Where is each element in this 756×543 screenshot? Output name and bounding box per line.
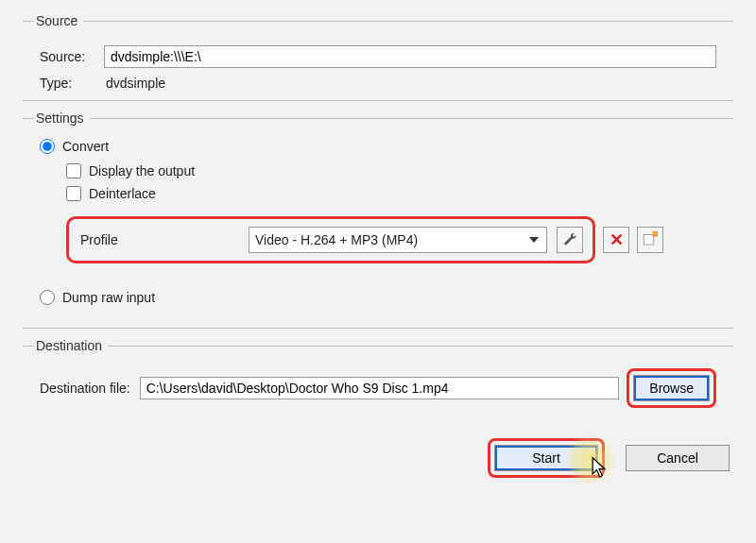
source-row: Source: <box>40 45 716 68</box>
chevron-down-icon <box>529 237 539 243</box>
close-icon: ✕ <box>610 229 624 250</box>
source-legend: Source <box>34 13 83 28</box>
profile-highlight: Profile Video - H.264 + MP3 (MP4) <box>66 216 595 263</box>
svg-rect-0 <box>644 234 654 245</box>
type-value: dvdsimple <box>104 76 165 91</box>
destination-legend: Destination <box>34 338 108 353</box>
convert-label: Convert <box>62 139 109 154</box>
convert-options: Display the output Deinterlace Profile V… <box>66 163 716 263</box>
display-output-label: Display the output <box>89 163 195 178</box>
wrench-icon <box>562 231 577 249</box>
type-label: Type: <box>40 76 96 91</box>
dump-label: Dump raw input <box>62 290 155 305</box>
dump-radio-row[interactable]: Dump raw input <box>40 290 716 305</box>
display-output-checkbox[interactable] <box>66 163 81 178</box>
start-highlight: Start <box>488 438 605 478</box>
convert-radio-row[interactable]: Convert <box>40 139 716 154</box>
profile-row: Profile Video - H.264 + MP3 (MP4) ✕ <box>66 216 716 263</box>
start-button[interactable]: Start <box>494 445 598 471</box>
source-group: Source Source: Type: dvdsimple <box>23 13 733 101</box>
new-profile-button[interactable] <box>637 227 663 253</box>
settings-group: Settings Convert Display the output Dein… <box>23 110 733 329</box>
destination-group: Destination Destination file: Browse <box>23 338 733 421</box>
delete-profile-button[interactable]: ✕ <box>603 227 629 253</box>
deinterlace-checkbox[interactable] <box>66 186 81 201</box>
dump-radio[interactable] <box>40 290 55 305</box>
cancel-button[interactable]: Cancel <box>626 445 730 471</box>
type-row: Type: dvdsimple <box>40 76 716 91</box>
display-output-row[interactable]: Display the output <box>66 163 716 178</box>
convert-radio[interactable] <box>40 139 55 154</box>
browse-highlight: Browse <box>627 368 716 408</box>
convert-dialog: Source Source: Type: dvdsimple Settings … <box>0 0 756 543</box>
svg-rect-1 <box>653 231 658 236</box>
profile-label: Profile <box>78 232 239 247</box>
dialog-footer: Start Cancel <box>23 431 733 478</box>
profile-select[interactable]: Video - H.264 + MP3 (MP4) <box>249 227 547 253</box>
edit-profile-button[interactable] <box>557 227 583 253</box>
settings-legend: Settings <box>34 110 90 126</box>
destination-row: Destination file: Browse <box>40 368 716 408</box>
source-input[interactable] <box>104 45 716 68</box>
browse-button[interactable]: Browse <box>633 375 710 401</box>
source-label: Source: <box>40 49 96 64</box>
profile-selected-text: Video - H.264 + MP3 (MP4) <box>255 232 418 247</box>
destination-label: Destination file: <box>40 381 130 396</box>
deinterlace-label: Deinterlace <box>89 186 156 201</box>
destination-file-input[interactable] <box>140 377 620 399</box>
deinterlace-row[interactable]: Deinterlace <box>66 186 716 201</box>
new-profile-icon <box>642 230 659 250</box>
